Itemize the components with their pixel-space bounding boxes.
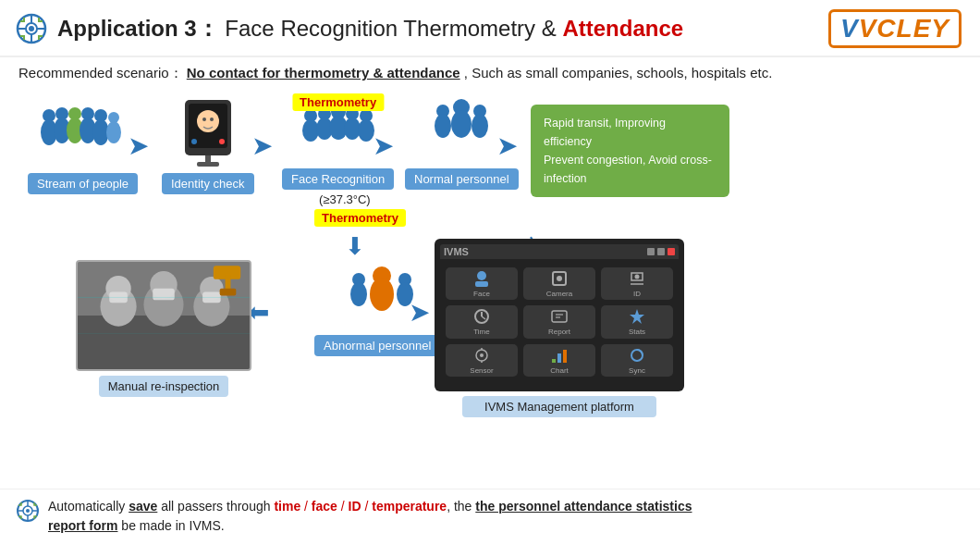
svg-rect-63: [220, 289, 237, 296]
svg-point-47: [350, 282, 367, 306]
svg-point-26: [191, 139, 197, 144]
scenario-label: Recommended scenario：: [18, 65, 183, 81]
svg-rect-67: [475, 281, 488, 287]
ivms-btn-3[interactable]: ID: [601, 267, 673, 300]
ivms-btn-9[interactable]: Sync: [601, 344, 673, 377]
logo-text: VCLEY: [859, 14, 949, 43]
title-main: Face Recognition Thermometry &: [225, 16, 562, 41]
save-word: save: [129, 499, 157, 514]
therm-middle-badge: Thermometry: [314, 209, 406, 227]
manual-label: Manual re-inspection: [99, 376, 229, 397]
scenario-rest: , Such as small companies, schools, hosp…: [464, 65, 773, 81]
svg-point-45: [370, 278, 394, 311]
ivms-btn-4[interactable]: Time: [446, 305, 518, 338]
green-line2: Prevent congestion, Avoid cross-infectio…: [544, 154, 712, 185]
svg-point-18: [106, 121, 121, 143]
arrow-3: ➤: [373, 130, 394, 161]
id-word: ID: [349, 499, 361, 514]
header-title: Application 3： Face Recognition Thermome…: [57, 14, 683, 43]
brand-logo: VVCLEY: [828, 9, 962, 48]
svg-point-27: [219, 139, 225, 144]
identity-check: Identity check: [162, 95, 254, 194]
svg-point-37: [358, 119, 374, 142]
ivms-platform: IVMS Face Camera: [435, 239, 684, 417]
time-word: time: [274, 499, 300, 514]
abnormal-label: Abnormal personnel: [314, 335, 440, 356]
face-recog-label: Face Recognition: [282, 168, 394, 190]
stream-label: Stream of people: [28, 173, 138, 194]
svg-rect-81: [552, 359, 556, 363]
down-arrow: ⬇: [345, 232, 365, 261]
people-group-icon: [37, 100, 129, 169]
temp-word: temperature: [372, 499, 447, 514]
green-line1: Rapid transit, Improving efficiency: [544, 117, 666, 148]
header: Application 3： Face Recognition Thermome…: [0, 0, 980, 57]
title-prefix: Application 3：: [57, 16, 219, 41]
svg-point-25: [210, 118, 214, 121]
device-icon: [166, 95, 250, 169]
ivms-btn-1[interactable]: Face: [446, 267, 518, 300]
stream-of-people: Stream of people: [28, 100, 138, 194]
identity-label: Identity check: [162, 173, 254, 194]
diagram-area: Stream of people ➤: [0, 86, 980, 456]
ivms-title-text: IVMS: [444, 246, 469, 257]
face-word: face: [312, 499, 337, 514]
manual-reinspection: Manual re-inspection: [76, 260, 251, 397]
svg-point-6: [29, 26, 34, 31]
svg-point-39: [435, 114, 451, 138]
ivms-btn-5[interactable]: Report: [523, 305, 595, 338]
temp-threshold: (≥37.3°C): [319, 192, 371, 206]
svg-point-70: [635, 275, 640, 279]
svg-point-69: [557, 276, 562, 281]
svg-rect-57: [153, 289, 174, 301]
bottom-crosshair-icon: [15, 498, 41, 524]
arrow-4: ➤: [496, 130, 518, 161]
svg-point-43: [472, 114, 488, 138]
ivms-btn-6[interactable]: Stats: [601, 305, 673, 338]
bottom-text-content: Automatically save all passers through t…: [48, 497, 692, 536]
report-text: report form: [48, 518, 117, 533]
ivms-btn-7[interactable]: Sensor: [446, 344, 518, 377]
right-arrow: ➤: [409, 297, 430, 328]
svg-rect-83: [563, 350, 567, 363]
svg-rect-74: [552, 311, 567, 322]
svg-rect-20: [197, 162, 219, 167]
photo-icon: [78, 260, 250, 371]
ivms-btn-2[interactable]: Camera: [523, 267, 595, 300]
header-left: Application 3： Face Recognition Thermome…: [15, 12, 683, 45]
svg-point-24: [202, 118, 206, 121]
scenario-bold: No contact for thermometry & attendance: [187, 65, 460, 81]
arrow-2: ➤: [251, 130, 273, 161]
svg-point-66: [477, 271, 486, 280]
normal-people-icon: [420, 95, 503, 165]
ivms-btn-8[interactable]: Chart: [523, 344, 595, 377]
suffix-text: be made in IVMS.: [117, 518, 224, 533]
bottom-text-area: Automatically save all passers through t…: [0, 489, 980, 545]
abnormal-people-icon: [336, 262, 419, 331]
svg-point-78: [480, 353, 484, 357]
ivms-label: IVMS Management platform: [462, 396, 656, 417]
svg-rect-82: [557, 353, 561, 363]
stats-text: the personnel attendance statistics: [475, 499, 692, 514]
crosshair-icon: [15, 12, 48, 45]
svg-point-91: [26, 509, 30, 513]
green-info-box: Rapid transit, Improving efficiency Prev…: [531, 105, 729, 197]
svg-point-41: [451, 110, 472, 138]
svg-line-73: [482, 316, 485, 319]
thermometry-badge: Thermometry: [292, 93, 384, 111]
arrow-1: ➤: [128, 130, 149, 161]
scenario-bar: Recommended scenario： No contact for the…: [0, 57, 980, 86]
normal-label: Normal personnel: [405, 168, 519, 190]
title-red: Attendance: [562, 16, 683, 41]
